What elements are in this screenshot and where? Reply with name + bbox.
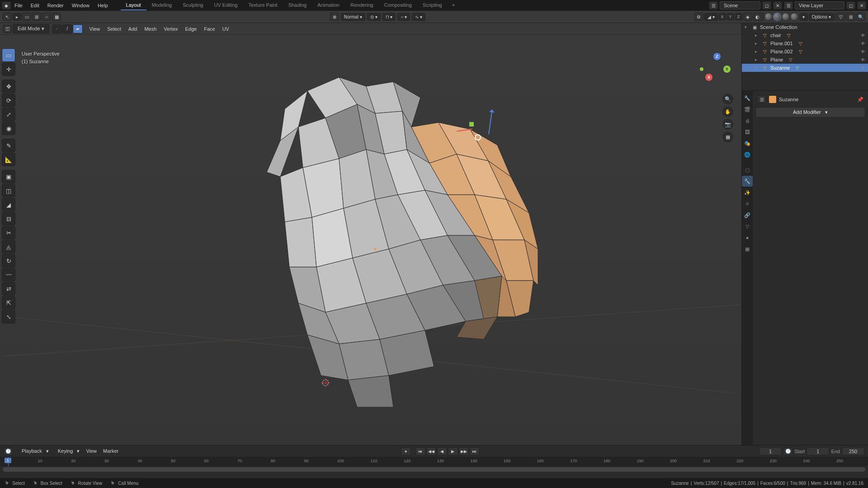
current-frame-input[interactable] bbox=[759, 447, 782, 455]
tool-cursor[interactable]: ✛ bbox=[2, 62, 15, 76]
tl-menu-playback[interactable]: Playback ▾ bbox=[16, 447, 52, 455]
nav-axis-neg[interactable] bbox=[700, 67, 703, 71]
playhead[interactable] bbox=[8, 457, 9, 466]
prop-tab-tool[interactable]: 🔧 bbox=[742, 93, 753, 103]
workspace-tab-layout[interactable]: Layout bbox=[121, 0, 146, 10]
overlay-y-axis[interactable]: Y bbox=[727, 13, 734, 20]
workspace-tab-animation[interactable]: Animation bbox=[312, 0, 345, 10]
transform-orientation-dropdown[interactable]: Normal ▾ bbox=[341, 13, 365, 21]
blender-logo-icon[interactable]: ◆ bbox=[2, 1, 11, 9]
workspace-tab-rendering[interactable]: Rendering bbox=[345, 0, 379, 10]
tool-annotate[interactable]: ✎ bbox=[2, 139, 15, 152]
workspace-tab-texturepaint[interactable]: Texture Paint bbox=[243, 0, 283, 10]
proportional-dropdown[interactable]: ○ ▾ bbox=[397, 13, 410, 21]
nav-pan-icon[interactable]: ✋ bbox=[722, 106, 733, 117]
tool-rip[interactable]: ⤡ bbox=[2, 310, 15, 324]
shading-rendered-icon[interactable] bbox=[790, 13, 798, 21]
viewlayer-browse-icon[interactable]: ☰ bbox=[784, 1, 793, 9]
filter-icon[interactable]: ▽ bbox=[836, 13, 845, 21]
vp-menu-mesh[interactable]: Mesh bbox=[141, 25, 160, 33]
overlay-toggle-icon[interactable]: ◐ bbox=[753, 13, 762, 21]
nav-axis-z[interactable]: Z bbox=[713, 53, 721, 60]
timeline-editor-icon[interactable]: 🕐 bbox=[4, 447, 13, 455]
workspace-add-button[interactable]: + bbox=[448, 0, 459, 10]
tool-spin[interactable]: ↻ bbox=[2, 254, 15, 267]
workspace-tab-modeling[interactable]: Modeling bbox=[146, 0, 178, 10]
tool-loopcut[interactable]: ⊟ bbox=[2, 212, 15, 225]
xray-toggle-icon[interactable]: ▭ bbox=[22, 13, 31, 21]
prop-tab-scene[interactable]: 🎭 bbox=[742, 138, 753, 149]
play-icon[interactable]: ▶ bbox=[448, 447, 458, 455]
tl-menu-marker[interactable]: Marker bbox=[100, 447, 121, 455]
select-tool-dropdown[interactable]: ▸ bbox=[13, 13, 21, 21]
prop-tab-object[interactable]: ▢ bbox=[742, 164, 753, 175]
start-frame-input[interactable] bbox=[807, 447, 829, 455]
nav-axis-x[interactable]: X bbox=[705, 74, 712, 81]
jump-start-icon[interactable]: ⏮ bbox=[415, 447, 425, 455]
prop-tab-render[interactable]: 🎬 bbox=[742, 104, 753, 115]
prev-key-icon[interactable]: ◀◀ bbox=[426, 447, 436, 455]
shading-solid-icon[interactable] bbox=[773, 13, 781, 21]
visibility-icon[interactable]: 👁 bbox=[861, 66, 865, 70]
tool-polybuild[interactable]: ◬ bbox=[2, 240, 15, 253]
tool-bevel[interactable]: ◢ bbox=[2, 198, 15, 211]
outliner-item-suzanne[interactable]: ▸ ▽ Suzanne ▽ 👁 bbox=[742, 64, 868, 72]
options-dropdown[interactable]: Options ▾ bbox=[809, 13, 834, 21]
next-key-icon[interactable]: ▶▶ bbox=[459, 447, 469, 455]
pin-icon[interactable]: 📌 bbox=[857, 97, 863, 103]
visibility-icon[interactable]: 👁 bbox=[861, 41, 865, 46]
tool-edgeslide[interactable]: ⇄ bbox=[2, 282, 15, 296]
vp-menu-add[interactable]: Add bbox=[125, 25, 141, 33]
normals-dropdown[interactable]: ◢ ▾ bbox=[704, 13, 718, 21]
prop-tab-mesh[interactable]: ▽ bbox=[742, 221, 753, 232]
prop-tab-physics[interactable]: ⚛ bbox=[742, 198, 753, 209]
prop-browse-icon[interactable]: ☰ bbox=[757, 95, 766, 103]
vp-menu-edge[interactable]: Edge bbox=[182, 25, 200, 33]
falloff-dropdown[interactable]: ∿ ▾ bbox=[412, 13, 425, 21]
select-mode-face[interactable]: ▰ bbox=[73, 24, 83, 33]
workspace-tab-sculpting[interactable]: Sculpting bbox=[177, 0, 208, 10]
timeline-ruler[interactable]: 1 11020304050607080901001101201301401501… bbox=[0, 457, 868, 466]
prop-tab-world[interactable]: 🌐 bbox=[742, 149, 753, 160]
tool-scale[interactable]: ⤢ bbox=[2, 108, 15, 121]
prop-tab-material[interactable]: ● bbox=[742, 232, 753, 243]
prop-tab-constraint[interactable]: 🔗 bbox=[742, 210, 753, 221]
prop-tab-viewlayer[interactable]: 🖼 bbox=[742, 127, 753, 137]
nav-camera-icon[interactable]: 📷 bbox=[722, 119, 733, 130]
newcollection-icon[interactable]: ⊞ bbox=[846, 13, 855, 21]
tool-move[interactable]: ✥ bbox=[2, 80, 15, 93]
snap-dropdown[interactable]: ⊓ ▾ bbox=[382, 13, 396, 21]
outliner-item-plane[interactable]: ▸ ▽ Plane ▽ 👁 bbox=[742, 56, 868, 64]
nav-gizmo[interactable]: Z Y X bbox=[696, 53, 732, 89]
vp-menu-vertex[interactable]: Vertex bbox=[160, 25, 181, 33]
prop-tab-texture[interactable]: ▦ bbox=[742, 244, 753, 254]
add-modifier-dropdown[interactable]: Add Modifier ▾ bbox=[755, 107, 865, 117]
proportional-toggle-icon[interactable]: ○ bbox=[42, 13, 51, 21]
timeline-scrollbar[interactable] bbox=[3, 467, 865, 472]
menu-window[interactable]: Window bbox=[68, 1, 93, 10]
tool-shrink[interactable]: ⇱ bbox=[2, 296, 15, 310]
menu-help[interactable]: Help bbox=[94, 1, 112, 10]
tool-inset[interactable]: ◫ bbox=[2, 184, 15, 197]
vp-menu-select[interactable]: Select bbox=[104, 25, 124, 33]
prop-tab-output[interactable]: 🖨 bbox=[742, 115, 753, 126]
scene-browse-icon[interactable]: ☰ bbox=[709, 1, 718, 9]
tool-rotate[interactable]: ⟳ bbox=[2, 94, 15, 107]
vp-menu-uv[interactable]: UV bbox=[219, 25, 232, 33]
visibility-icon[interactable]: 👁 bbox=[861, 33, 865, 38]
tool-smooth[interactable]: 〰 bbox=[2, 268, 15, 282]
play-reverse-icon[interactable]: ◀ bbox=[437, 447, 447, 455]
workspace-tab-uvediting[interactable]: UV Editing bbox=[208, 0, 243, 10]
nav-axis-y[interactable]: Y bbox=[723, 66, 731, 73]
nav-perspective-icon[interactable]: ▦ bbox=[722, 131, 733, 142]
tool-measure[interactable]: 📐 bbox=[2, 153, 15, 166]
visibility-icon[interactable]: 👁 bbox=[861, 49, 865, 54]
misc-toggle-icon[interactable]: ▦ bbox=[52, 13, 61, 21]
scene-delete-icon[interactable]: ✕ bbox=[773, 1, 782, 9]
scene-new-icon[interactable]: ◻ bbox=[762, 1, 771, 9]
search-icon[interactable]: 🔍 bbox=[856, 13, 865, 21]
end-frame-input[interactable] bbox=[842, 447, 864, 455]
viewport-3d[interactable]: ▭ ✛ ✥ ⟳ ⤢ ◉ ✎ 📐 ▣ ◫ ◢ ⊟ ✂ ◬ ↻ 〰 ⇄ ⇱ bbox=[0, 35, 741, 445]
outliner-collection-root[interactable]: ▾ ▣ Scene Collection bbox=[742, 23, 868, 31]
orientation-icon[interactable]: ⊕ bbox=[330, 13, 339, 21]
